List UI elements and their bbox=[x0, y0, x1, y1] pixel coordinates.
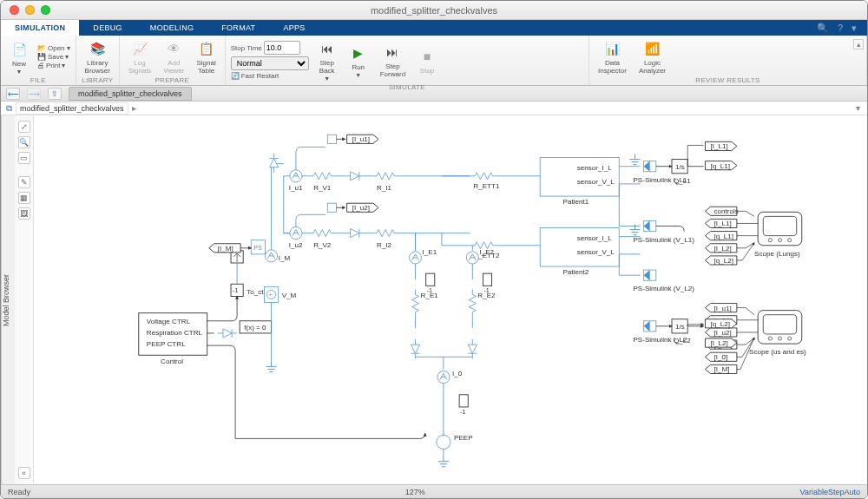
svg-text:Control: Control bbox=[161, 358, 183, 365]
palette-zoom-icon[interactable]: 🔍 bbox=[18, 136, 30, 148]
block-control[interactable]: Voltage CTRL Respiration CTRL PEEP CTRL … bbox=[139, 313, 214, 366]
block-scope-uses[interactable]: Scope (us and es) bbox=[749, 311, 806, 357]
toolstrip-collapse-icon[interactable]: ▴ bbox=[853, 39, 864, 49]
open-button[interactable]: 📂 Open ▾ bbox=[37, 44, 70, 52]
block-to-ctrl[interactable]: -1 To_ctrl bbox=[214, 251, 267, 321]
chunk-review: 📊Data Inspector 📶Logic Analyzer REVIEW R… bbox=[589, 36, 867, 85]
tag-i-m[interactable]: [I_M] bbox=[209, 244, 240, 253]
block-patient1[interactable]: sensor_I_L sensor_V_L Patient1 bbox=[540, 158, 619, 207]
step-forward-button[interactable]: ⏭Step Forward bbox=[377, 41, 409, 80]
save-button[interactable]: 💾 Save ▾ bbox=[37, 53, 70, 61]
logic-analyzer-button[interactable]: 📶Logic Analyzer bbox=[635, 37, 669, 76]
block-v-m[interactable]: + V_M bbox=[264, 286, 296, 302]
palette-reset-icon[interactable]: « bbox=[18, 467, 30, 479]
view-dropdown-icon[interactable]: ▾ bbox=[856, 103, 860, 113]
chunk-library-label: LIBRARY bbox=[82, 76, 114, 85]
svg-text:sensor_I_L: sensor_I_L bbox=[577, 164, 612, 172]
ground-main[interactable] bbox=[266, 361, 277, 371]
block-peep[interactable]: PEEP bbox=[437, 434, 473, 449]
svg-rect-46 bbox=[459, 395, 468, 407]
block-i-u2[interactable] bbox=[290, 227, 302, 240]
library-icon: 📚 bbox=[88, 39, 107, 58]
block-int2[interactable]: 1/sQ_L2 bbox=[672, 319, 691, 345]
chunk-library: 📚Library Browser LIBRARY bbox=[76, 36, 120, 85]
svg-text:I_E1: I_E1 bbox=[423, 248, 437, 256]
nav-back-button[interactable]: ⟵ bbox=[6, 88, 20, 100]
signal-table-button[interactable]: 📋Signal Table bbox=[193, 37, 219, 76]
log-signals-button[interactable]: 📈Log Signals bbox=[125, 37, 155, 76]
window-controls bbox=[10, 5, 50, 15]
block-i-0[interactable] bbox=[437, 371, 450, 383]
block-i-e2[interactable] bbox=[466, 252, 478, 264]
svg-text:PS-Simulink
(V_L1): PS-Simulink (V_L1) bbox=[633, 236, 694, 244]
svg-text:PS: PS bbox=[253, 245, 262, 252]
tab-modeling[interactable]: MODELING bbox=[136, 20, 207, 36]
svg-text:Patient1: Patient1 bbox=[563, 198, 589, 206]
svg-text:I_u1: I_u1 bbox=[289, 184, 303, 192]
svg-text:-1: -1 bbox=[427, 287, 432, 294]
ribbon-chevron-icon[interactable]: ▾ bbox=[852, 23, 857, 34]
svg-text:Patient2: Patient2 bbox=[563, 268, 589, 276]
palette-image-icon[interactable]: 🖼 bbox=[18, 207, 30, 220]
palette-explorer-icon[interactable]: ⤢ bbox=[18, 121, 30, 133]
svg-text:I_u2: I_u2 bbox=[289, 241, 303, 249]
block-ps2[interactable]: PS-Simulink (V_L1) bbox=[633, 220, 694, 243]
minimize-icon[interactable] bbox=[25, 5, 35, 15]
diagram-canvas[interactable]: Voltage CTRL Respiration CTRL PEEP CTRL … bbox=[34, 115, 867, 484]
svg-text:Respiration CTRL: Respiration CTRL bbox=[147, 329, 203, 337]
library-browser-button[interactable]: 📚Library Browser bbox=[82, 37, 114, 76]
data-inspector-button[interactable]: 📊Data Inspector bbox=[595, 37, 630, 76]
block-scope-lungs[interactable]: Scope (Lungs) bbox=[754, 212, 802, 258]
tab-apps[interactable]: APPS bbox=[269, 20, 319, 36]
block-i-e1[interactable] bbox=[409, 252, 421, 264]
svg-text:R_ETT1: R_ETT1 bbox=[473, 182, 500, 190]
tab-debug[interactable]: DEBUG bbox=[79, 20, 136, 36]
print-button[interactable]: 🖨 Print ▾ bbox=[37, 62, 70, 69]
run-button[interactable]: ▶Run▼ bbox=[345, 42, 372, 80]
stop-button[interactable]: ■Stop bbox=[414, 45, 440, 76]
tab-simulation[interactable]: SIMULATION bbox=[1, 20, 79, 36]
close-icon[interactable] bbox=[10, 5, 19, 15]
sim-mode-select[interactable]: Normal bbox=[231, 56, 309, 70]
left-diode[interactable] bbox=[218, 329, 237, 338]
palette-area-icon[interactable]: ▦ bbox=[18, 192, 30, 204]
svg-text:Voltage CTRL: Voltage CTRL bbox=[147, 318, 191, 325]
svg-text:R_V1: R_V1 bbox=[313, 184, 332, 192]
new-button[interactable]: 📄New▼ bbox=[6, 38, 32, 76]
svg-text:controls: controls bbox=[714, 207, 739, 215]
palette-annotation-icon[interactable]: ✎ bbox=[18, 176, 30, 188]
breadcrumb-root[interactable]: modified_splitter_checkvalves bbox=[16, 102, 128, 115]
model-icon: ⧉ bbox=[6, 103, 12, 114]
svg-text:R_I1: R_I1 bbox=[377, 184, 392, 192]
tab-format[interactable]: FORMAT bbox=[207, 20, 269, 36]
ground-p1[interactable] bbox=[629, 154, 640, 165]
status-zoom: 127% bbox=[30, 488, 800, 496]
nav-up-button[interactable]: ⇧ bbox=[48, 88, 62, 100]
block-int1[interactable]: 1/sQ_L1 bbox=[672, 160, 691, 185]
file-tab[interactable]: modified_splitter_checkvalves bbox=[69, 87, 192, 101]
svg-text:[I_u1]: [I_u1] bbox=[714, 305, 732, 312]
nav-fwd-button[interactable]: ⟶ bbox=[27, 88, 41, 100]
svg-text:+: + bbox=[269, 292, 273, 299]
svg-rect-43 bbox=[483, 273, 491, 286]
block-i-u1[interactable] bbox=[290, 170, 302, 182]
block-i-m-ammeter[interactable] bbox=[265, 250, 277, 262]
svg-text:[I_L2]: [I_L2] bbox=[711, 339, 728, 347]
block-fx0[interactable]: f(x) = 0 bbox=[240, 321, 271, 333]
fast-restart-button[interactable]: 🔄 Fast Restart bbox=[231, 72, 309, 80]
breadcrumb-bar: ⧉ modified_splitter_checkvalves ▸ ▾ bbox=[1, 102, 867, 115]
model-browser-tab[interactable]: Model Browser bbox=[1, 115, 15, 484]
search-icon[interactable]: 🔍 bbox=[817, 23, 829, 34]
main-area: Model Browser ⤢ 🔍 ▭ ✎ ▦ 🖼 « bbox=[1, 115, 867, 484]
add-viewer-button[interactable]: 👁Add Viewer bbox=[160, 37, 187, 76]
block-ps-left[interactable]: PS bbox=[251, 240, 265, 254]
block-ps3[interactable]: PS-Simulink (V_L2) bbox=[633, 270, 694, 292]
help-icon[interactable]: ? bbox=[838, 23, 843, 33]
block-patient2[interactable]: sensor_I_L sensor_V_L Patient2 bbox=[540, 228, 619, 277]
stoptime-input[interactable] bbox=[264, 41, 300, 55]
palette-fit-icon[interactable]: ▭ bbox=[18, 152, 30, 164]
step-back-button[interactable]: ⏮Step Back▼ bbox=[314, 37, 340, 83]
chunk-simulate: Stop Time Normal 🔄 Fast Restart ⏮Step Ba… bbox=[226, 36, 589, 85]
maximize-icon[interactable] bbox=[41, 5, 50, 15]
svg-rect-28 bbox=[327, 135, 336, 143]
